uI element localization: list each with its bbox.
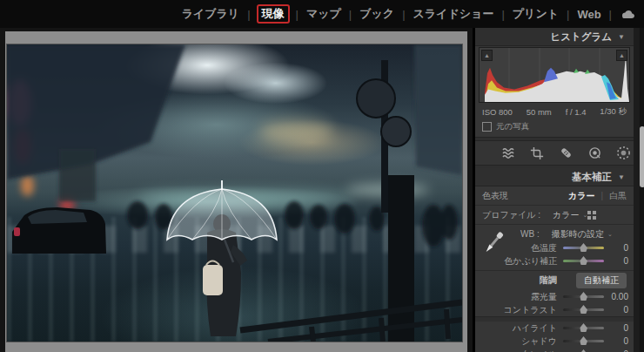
slider-shadows: シャドウ 0 — [475, 335, 634, 348]
slider-highlights: ハイライト 0 — [475, 322, 634, 335]
nav-book[interactable]: ブック — [359, 6, 394, 22]
nav-slideshow[interactable]: スライドショー — [413, 6, 494, 22]
healing-icon[interactable] — [557, 145, 574, 162]
red-eye-icon[interactable] — [586, 145, 603, 162]
original-photo-row: 元の写真 — [475, 118, 634, 137]
treatment-row: 色表現 カラー | 白黒 — [475, 186, 634, 205]
treatment-color-button[interactable]: カラー — [568, 190, 594, 202]
nav-web[interactable]: Web — [577, 8, 600, 21]
wb-eyedropper-icon[interactable] — [480, 228, 506, 261]
scrollbar-thumb[interactable] — [640, 126, 644, 187]
highlight-clipping-indicator[interactable]: ▲ — [616, 50, 627, 61]
nav-separator: | — [609, 8, 612, 21]
nav-separator: | — [247, 8, 250, 21]
slider-label: コントラスト — [480, 304, 557, 316]
slider-value: 0 — [604, 336, 628, 346]
nav-print[interactable]: プリント — [513, 6, 559, 22]
slider-whites: 白レベル 0 — [475, 348, 634, 352]
nav-separator: | — [567, 8, 569, 21]
dropdown-arrow-icon: ⌄ — [607, 231, 613, 238]
develop-workspace — [0, 28, 473, 352]
slider-value: 0 — [604, 323, 628, 333]
profile-row: プロファイル : カラー ⌄ — [475, 205, 634, 224]
panel-scrollbar[interactable] — [640, 28, 644, 352]
slider-value: 0 — [604, 256, 628, 266]
auto-tone-button[interactable]: 自動補正 — [576, 273, 627, 288]
slider-track[interactable] — [563, 340, 604, 342]
slider-track[interactable] — [563, 308, 604, 311]
slider-exposure: 露光量 0.00 — [475, 290, 634, 303]
treatment-divider: | — [600, 191, 603, 200]
slider-thumb[interactable] — [580, 305, 587, 314]
slider-thumb[interactable] — [580, 292, 587, 301]
photo-scene-overlay — [7, 44, 462, 342]
collapse-arrow-icon[interactable]: ▼ — [618, 33, 625, 41]
focal-length-value: 50 mm — [527, 107, 552, 117]
photo-canvas-background — [5, 31, 467, 352]
aperture-value: f / 1.4 — [566, 107, 587, 117]
photo-railing — [240, 302, 462, 342]
slider-track[interactable] — [563, 260, 604, 262]
profile-value-dropdown[interactable]: カラー — [553, 209, 579, 221]
wavy-lines-icon[interactable] — [500, 145, 517, 162]
collapse-arrow-icon[interactable]: ▼ — [618, 173, 625, 181]
wb-value-dropdown[interactable]: 撮影時の設定 — [552, 228, 604, 240]
nav-separator: | — [402, 8, 405, 21]
crop-icon[interactable] — [528, 145, 546, 162]
tool-strip — [475, 140, 634, 166]
slider-track[interactable] — [563, 295, 604, 298]
slider-label: シャドウ — [480, 335, 557, 348]
white-balance-block: WB : 撮影時の設定 ⌄ 色温度 0 色かぶり補正 0 — [475, 224, 634, 270]
histogram-panel-header[interactable]: ヒストグラム ▼ — [475, 28, 634, 45]
original-photo-label: 元の写真 — [496, 121, 529, 132]
cloud-sync-icon[interactable] — [620, 9, 635, 19]
histogram-title: ヒストグラム — [550, 30, 612, 44]
nav-map[interactable]: マップ — [306, 6, 341, 22]
histogram-graph — [480, 48, 629, 102]
nav-separator: | — [296, 8, 299, 21]
histogram-display[interactable]: ▲ ▲ — [479, 47, 630, 103]
slider-value: 0 — [604, 305, 628, 315]
photo-car-silhouette — [12, 207, 106, 254]
slider-track[interactable] — [563, 327, 604, 329]
slider-track[interactable] — [563, 247, 604, 249]
profile-label: プロファイル : — [482, 209, 540, 221]
nav-separator: | — [501, 8, 504, 21]
slider-value: 0 — [604, 243, 628, 253]
slider-thumb[interactable] — [580, 336, 587, 345]
slider-thumb[interactable] — [580, 323, 587, 332]
panel-edge-gap — [634, 28, 640, 352]
shutter-value: 1/30 秒 — [600, 106, 627, 118]
tone-label: 階調 — [540, 274, 557, 287]
original-photo-checkbox[interactable] — [482, 122, 492, 132]
photo-pole-and-signs — [357, 60, 414, 342]
basic-panel-header[interactable]: 基本補正 ▼ — [475, 168, 634, 186]
slider-contrast: コントラスト 0 — [475, 303, 634, 316]
masking-icon[interactable] — [614, 145, 632, 162]
profile-browser-icon[interactable] — [587, 211, 596, 220]
slider-label: 白レベル — [480, 349, 557, 352]
iso-value: ISO 800 — [482, 107, 513, 117]
nav-develop-active[interactable]: 現像 — [257, 4, 290, 24]
develop-right-panel: ヒストグラム ▼ ▲ ▲ ISO — [474, 28, 644, 352]
photo-shibuya-night[interactable] — [7, 44, 462, 342]
treatment-label: 色表現 — [482, 190, 508, 202]
slider-value: 0.00 — [604, 292, 628, 301]
nav-library[interactable]: ライブラリ — [182, 6, 240, 22]
slider-label: 露光量 — [480, 291, 557, 303]
nav-separator: | — [349, 8, 352, 21]
exif-readout: ISO 800 50 mm f / 1.4 1/30 秒 — [475, 105, 634, 118]
module-picker: ライブラリ | 現像 | マップ | ブック | スライドショー | プリント … — [0, 0, 644, 28]
treatment-bw-button[interactable]: 白黒 — [609, 190, 627, 202]
tone-row: 階調 自動補正 — [475, 270, 634, 290]
slider-thumb[interactable] — [580, 256, 587, 265]
histogram-section: ▲ ▲ ISO 800 50 mm f / 1.4 1/30 秒 元の写真 — [475, 45, 634, 138]
shadow-clipping-indicator[interactable]: ▲ — [481, 50, 493, 61]
basic-title: 基本補正 — [572, 171, 612, 184]
basic-section: 色表現 カラー | 白黒 プロファイル : カラー ⌄ — [475, 186, 634, 352]
wb-label: WB : — [520, 229, 540, 239]
slider-label: ハイライト — [480, 322, 557, 335]
slider-thumb[interactable] — [580, 243, 587, 252]
